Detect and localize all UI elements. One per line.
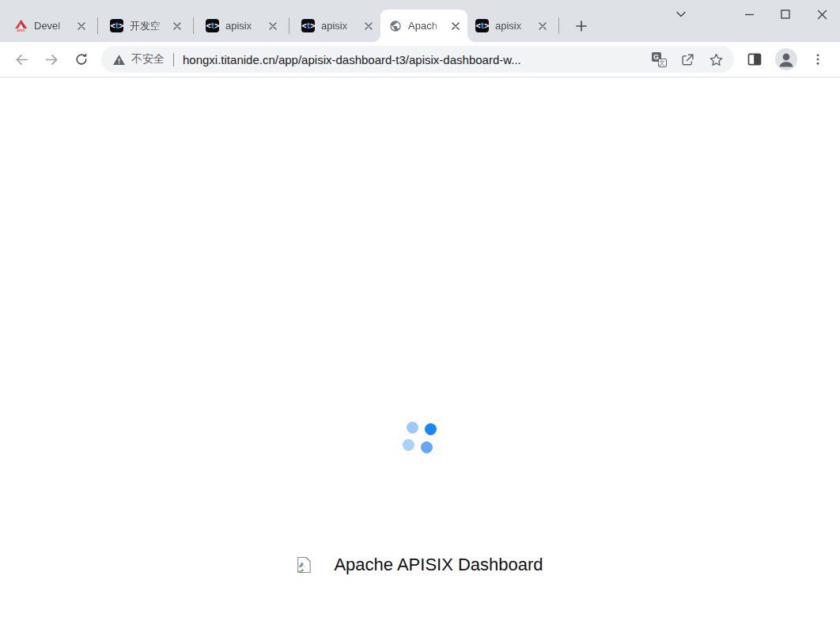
tab-separator xyxy=(193,17,194,34)
tab-apache-active[interactable]: Apach xyxy=(380,9,467,42)
tab-title: Devel xyxy=(34,20,74,32)
tab-close-icon[interactable] xyxy=(170,19,184,33)
tab-separator xyxy=(289,17,289,34)
tab-kaifa[interactable]: <t> 开发空 xyxy=(102,9,189,42)
tab-separator xyxy=(558,17,559,34)
minimize-button[interactable] xyxy=(731,4,767,25)
page-content: Apache APISIX Dashboard xyxy=(0,78,840,644)
back-button[interactable] xyxy=(8,46,35,73)
titanide-icon: <t> xyxy=(475,19,489,32)
tab-close-icon[interactable] xyxy=(266,19,280,33)
security-label: 不安全 xyxy=(131,52,165,66)
globe-icon xyxy=(388,19,402,32)
tab-title: apisix xyxy=(321,20,361,32)
close-window-button[interactable] xyxy=(804,4,840,25)
tab-separator xyxy=(97,17,98,34)
translate-button[interactable]: G 文 xyxy=(649,49,669,70)
tab-title: apisix xyxy=(225,20,266,32)
maximize-button[interactable] xyxy=(767,4,804,25)
tab-title: 开发空 xyxy=(130,19,170,33)
bookmark-star-button[interactable] xyxy=(706,49,726,70)
tab-strip: APISIX Devel <t> 开发空 xyxy=(0,0,840,42)
profile-avatar-button[interactable] xyxy=(773,46,800,73)
dashboard-title: Apache APISIX Dashboard xyxy=(334,555,543,575)
svg-text:APISIX: APISIX xyxy=(17,29,25,32)
omnibox-separator xyxy=(173,53,174,66)
tab-title: apisix xyxy=(495,20,535,32)
titanide-icon: <t> xyxy=(206,19,219,32)
window-controls xyxy=(731,4,840,25)
tab-close-icon[interactable] xyxy=(74,19,89,33)
broken-image-icon xyxy=(297,557,311,573)
forward-button[interactable] xyxy=(38,46,65,73)
tab-title: Apach xyxy=(408,20,448,32)
spinner-dot xyxy=(407,422,418,434)
titanide-icon: <t> xyxy=(110,19,123,32)
tab-close-icon[interactable] xyxy=(448,19,463,33)
browser-menu-button[interactable] xyxy=(804,46,831,73)
translate-icon: G 文 xyxy=(652,52,667,67)
avatar-icon xyxy=(775,48,797,70)
share-button[interactable] xyxy=(677,49,698,70)
new-tab-button[interactable] xyxy=(570,15,592,37)
reload-button[interactable] xyxy=(68,46,95,73)
address-bar[interactable]: 不安全 hongxi.titanide.cn/app/apisix-dashbo… xyxy=(101,46,734,73)
tab-apisix-3[interactable]: <t> apisix xyxy=(467,9,554,42)
tab-close-icon[interactable] xyxy=(535,19,550,33)
dashboard-loading-footer: Apache APISIX Dashboard xyxy=(297,555,543,575)
not-secure-warning-icon xyxy=(112,53,126,66)
url-text[interactable]: hongxi.titanide.cn/app/apisix-dashboard-… xyxy=(183,53,641,66)
titanide-icon: <t> xyxy=(301,19,315,32)
tab-apisix-1[interactable]: <t> apisix xyxy=(198,9,285,42)
tab-apisix-2[interactable]: <t> apisix xyxy=(293,9,380,42)
side-panel-button[interactable] xyxy=(741,46,768,73)
browser-toolbar: 不安全 hongxi.titanide.cn/app/apisix-dashbo… xyxy=(0,42,840,77)
tab-close-icon[interactable] xyxy=(361,19,376,33)
tab-search-button[interactable] xyxy=(668,4,694,25)
spinner-dot xyxy=(425,423,437,435)
apisix-logo-icon: APISIX xyxy=(14,19,28,32)
tab-devel[interactable]: APISIX Devel xyxy=(6,9,93,42)
spinner-dot xyxy=(403,439,414,451)
tabs-container: APISIX Devel <t> 开发空 xyxy=(6,9,592,42)
spinner-dot xyxy=(421,441,433,453)
browser-window: APISIX Devel <t> 开发空 xyxy=(0,0,840,644)
